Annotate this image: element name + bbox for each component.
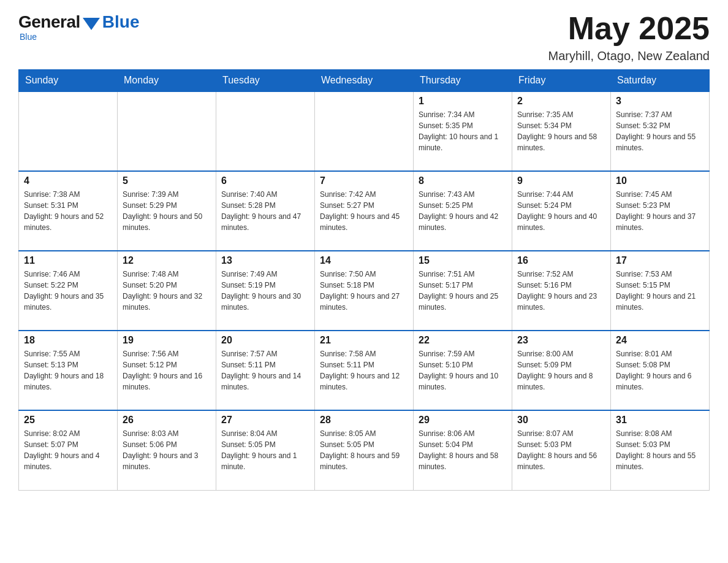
day-number: 23 [517,335,605,346]
day-info: Sunrise: 8:08 AM Sunset: 5:03 PM Dayligh… [616,428,704,472]
title-section: May 2025 Maryhill, Otago, New Zealand [548,12,710,63]
calendar-week-row: 25Sunrise: 8:02 AM Sunset: 5:07 PM Dayli… [19,410,710,490]
day-number: 19 [123,335,211,346]
day-info: Sunrise: 8:03 AM Sunset: 5:06 PM Dayligh… [123,428,211,472]
day-info: Sunrise: 7:43 AM Sunset: 5:25 PM Dayligh… [419,189,507,233]
calendar-cell: 25Sunrise: 8:02 AM Sunset: 5:07 PM Dayli… [19,410,118,490]
day-number: 24 [616,335,704,346]
calendar-cell [315,91,414,171]
calendar-week-row: 11Sunrise: 7:46 AM Sunset: 5:22 PM Dayli… [19,251,710,331]
day-info: Sunrise: 7:44 AM Sunset: 5:24 PM Dayligh… [517,189,605,233]
calendar-cell: 17Sunrise: 7:53 AM Sunset: 5:15 PM Dayli… [611,251,710,331]
logo-blue-text: Blue [102,12,140,32]
location-label: Maryhill, Otago, New Zealand [548,49,710,63]
day-number: 29 [419,415,507,426]
day-info: Sunrise: 8:02 AM Sunset: 5:07 PM Dayligh… [24,428,112,472]
day-info: Sunrise: 7:50 AM Sunset: 5:18 PM Dayligh… [320,269,408,313]
day-of-week-header: Sunday [19,70,118,92]
calendar-cell: 3Sunrise: 7:37 AM Sunset: 5:32 PM Daylig… [611,91,710,171]
day-number: 15 [419,255,507,266]
day-number: 31 [616,415,704,426]
day-info: Sunrise: 7:52 AM Sunset: 5:16 PM Dayligh… [517,269,605,313]
day-number: 30 [517,415,605,426]
day-number: 28 [320,415,408,426]
day-info: Sunrise: 7:42 AM Sunset: 5:27 PM Dayligh… [320,189,408,233]
calendar-cell [216,91,315,171]
logo-tagline: Blue [20,32,37,42]
calendar-cell: 10Sunrise: 7:45 AM Sunset: 5:23 PM Dayli… [611,171,710,251]
day-number: 14 [320,255,408,266]
calendar-cell: 6Sunrise: 7:40 AM Sunset: 5:28 PM Daylig… [216,171,315,251]
day-number: 2 [517,96,605,107]
day-number: 16 [517,255,605,266]
day-info: Sunrise: 7:55 AM Sunset: 5:13 PM Dayligh… [24,348,112,393]
day-info: Sunrise: 7:39 AM Sunset: 5:29 PM Dayligh… [123,189,211,233]
logo-triangle-icon [83,18,100,30]
day-number: 1 [419,96,507,107]
day-info: Sunrise: 8:06 AM Sunset: 5:04 PM Dayligh… [419,428,507,472]
day-info: Sunrise: 8:00 AM Sunset: 5:09 PM Dayligh… [517,348,605,393]
calendar-week-row: 1Sunrise: 7:34 AM Sunset: 5:35 PM Daylig… [19,91,710,171]
day-of-week-header: Wednesday [315,70,414,92]
logo-general-text: General [18,12,80,32]
day-number: 6 [221,175,309,186]
calendar-cell: 31Sunrise: 8:08 AM Sunset: 5:03 PM Dayli… [611,410,710,490]
calendar-cell: 19Sunrise: 7:56 AM Sunset: 5:12 PM Dayli… [118,331,216,410]
day-number: 5 [123,175,211,186]
calendar-cell: 21Sunrise: 7:58 AM Sunset: 5:11 PM Dayli… [315,331,414,410]
calendar-cell: 24Sunrise: 8:01 AM Sunset: 5:08 PM Dayli… [611,331,710,410]
day-info: Sunrise: 7:59 AM Sunset: 5:10 PM Dayligh… [419,348,507,393]
day-info: Sunrise: 7:49 AM Sunset: 5:19 PM Dayligh… [221,269,309,313]
day-of-week-header: Monday [118,70,216,92]
month-title: May 2025 [548,12,710,44]
day-number: 27 [221,415,309,426]
calendar-cell: 23Sunrise: 8:00 AM Sunset: 5:09 PM Dayli… [512,331,611,410]
calendar-cell: 15Sunrise: 7:51 AM Sunset: 5:17 PM Dayli… [414,251,512,331]
day-info: Sunrise: 7:51 AM Sunset: 5:17 PM Dayligh… [419,269,507,313]
day-number: 7 [320,175,408,186]
day-number: 17 [616,255,704,266]
day-info: Sunrise: 7:48 AM Sunset: 5:20 PM Dayligh… [123,269,211,313]
calendar-cell: 2Sunrise: 7:35 AM Sunset: 5:34 PM Daylig… [512,91,611,171]
day-of-week-header: Thursday [414,70,512,92]
day-info: Sunrise: 7:37 AM Sunset: 5:32 PM Dayligh… [616,109,704,153]
day-info: Sunrise: 7:40 AM Sunset: 5:28 PM Dayligh… [221,189,309,233]
calendar-cell: 22Sunrise: 7:59 AM Sunset: 5:10 PM Dayli… [414,331,512,410]
calendar-cell: 26Sunrise: 8:03 AM Sunset: 5:06 PM Dayli… [118,410,216,490]
day-info: Sunrise: 7:38 AM Sunset: 5:31 PM Dayligh… [24,189,112,233]
calendar-cell: 11Sunrise: 7:46 AM Sunset: 5:22 PM Dayli… [19,251,118,331]
day-of-week-header: Saturday [611,70,710,92]
day-info: Sunrise: 7:46 AM Sunset: 5:22 PM Dayligh… [24,269,112,313]
day-number: 18 [24,335,112,346]
day-number: 22 [419,335,507,346]
calendar-week-row: 18Sunrise: 7:55 AM Sunset: 5:13 PM Dayli… [19,331,710,410]
day-info: Sunrise: 8:04 AM Sunset: 5:05 PM Dayligh… [221,428,309,472]
day-info: Sunrise: 7:34 AM Sunset: 5:35 PM Dayligh… [419,109,507,153]
day-info: Sunrise: 7:53 AM Sunset: 5:15 PM Dayligh… [616,269,704,313]
page-header: General Blue Blue May 2025 Maryhill, Ota… [18,12,710,63]
day-info: Sunrise: 8:01 AM Sunset: 5:08 PM Dayligh… [616,348,704,393]
calendar-cell: 16Sunrise: 7:52 AM Sunset: 5:16 PM Dayli… [512,251,611,331]
day-number: 8 [419,175,507,186]
day-number: 10 [616,175,704,186]
day-number: 4 [24,175,112,186]
calendar-cell: 9Sunrise: 7:44 AM Sunset: 5:24 PM Daylig… [512,171,611,251]
calendar-cell: 12Sunrise: 7:48 AM Sunset: 5:20 PM Dayli… [118,251,216,331]
day-info: Sunrise: 8:05 AM Sunset: 5:05 PM Dayligh… [320,428,408,472]
day-number: 3 [616,96,704,107]
day-number: 21 [320,335,408,346]
calendar-cell: 30Sunrise: 8:07 AM Sunset: 5:03 PM Dayli… [512,410,611,490]
day-number: 20 [221,335,309,346]
calendar-cell: 20Sunrise: 7:57 AM Sunset: 5:11 PM Dayli… [216,331,315,410]
logo: General Blue Blue [18,12,139,42]
day-info: Sunrise: 7:58 AM Sunset: 5:11 PM Dayligh… [320,348,408,393]
calendar-cell: 28Sunrise: 8:05 AM Sunset: 5:05 PM Dayli… [315,410,414,490]
calendar-cell [118,91,216,171]
day-info: Sunrise: 7:56 AM Sunset: 5:12 PM Dayligh… [123,348,211,393]
day-of-week-header: Tuesday [216,70,315,92]
calendar-cell: 1Sunrise: 7:34 AM Sunset: 5:35 PM Daylig… [414,91,512,171]
day-info: Sunrise: 7:57 AM Sunset: 5:11 PM Dayligh… [221,348,309,393]
day-number: 26 [123,415,211,426]
day-number: 13 [221,255,309,266]
calendar-week-row: 4Sunrise: 7:38 AM Sunset: 5:31 PM Daylig… [19,171,710,251]
